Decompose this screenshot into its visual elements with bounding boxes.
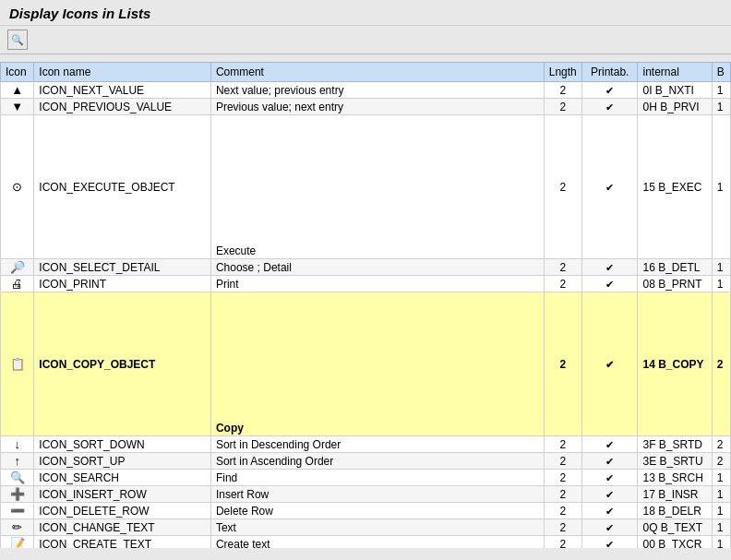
page-title: Display Icons in Lists <box>9 6 722 21</box>
col-header-name: Icon name <box>34 63 211 82</box>
icon-cell: ▲ <box>1 82 34 99</box>
internal-cell: 08 B_PRNT <box>638 276 712 292</box>
comment-cell: Insert Row <box>210 486 544 503</box>
printab-cell: ✔ <box>581 436 638 453</box>
b-cell: 1 <box>712 276 730 292</box>
comment-cell: Find <box>210 470 544 486</box>
row-icon: 🔍 <box>10 471 25 484</box>
internal-cell: 3E B_SRTU <box>638 453 712 470</box>
icon-name-cell: ICON_NEXT_VALUE <box>34 82 211 99</box>
comment-cell: Create text <box>210 536 544 549</box>
b-cell: 1 <box>712 519 730 536</box>
printab-cell: ✔ <box>581 536 638 549</box>
table-row: 🔍 ICON_SEARCH Find 2 ✔ 13 B_SRCH 1 <box>1 470 731 486</box>
comment-cell: Execute <box>210 115 544 259</box>
icon-name-cell: ICON_SORT_DOWN <box>34 436 211 453</box>
col-header-lngth: Lngth <box>544 63 581 82</box>
lngth-cell: 2 <box>544 486 581 503</box>
icon-name-cell: ICON_PREVIOUS_VALUE <box>34 99 211 115</box>
icon-name-cell: ICON_CREATE_TEXT <box>34 536 211 549</box>
b-cell: 2 <box>712 292 730 436</box>
table-row: ▲ ICON_NEXT_VALUE Next value; previous e… <box>1 82 731 99</box>
internal-cell: 0I B_NXTI <box>638 82 712 99</box>
b-cell: 1 <box>712 259 730 276</box>
printab-cell: ✔ <box>581 503 638 519</box>
b-cell: 1 <box>712 486 730 503</box>
icon-name-cell: ICON_DELETE_ROW <box>34 503 211 519</box>
b-cell: 1 <box>712 82 730 99</box>
comment-cell: Sort in Descending Order <box>210 436 544 453</box>
table-row: ↑ ICON_SORT_UP Sort in Ascending Order 2… <box>1 453 731 470</box>
icon-cell: 🖨 <box>1 276 34 292</box>
col-header-b: B <box>712 63 730 82</box>
comment-cell: Copy <box>210 292 544 436</box>
internal-cell: 13 B_SRCH <box>638 470 712 486</box>
row-icon: ⊙ <box>12 180 22 194</box>
printab-cell: ✔ <box>581 115 638 259</box>
icons-table: Icon Icon name Comment Lngth Printab. in… <box>0 62 731 548</box>
icon-cell: ➖ <box>1 503 34 519</box>
row-icon: ↓ <box>14 437 20 451</box>
search-button[interactable]: 🔍 <box>7 30 28 50</box>
col-header-printab: Printab. <box>581 63 638 82</box>
internal-cell: 0Q B_TEXT <box>638 519 712 536</box>
icon-name-cell: ICON_PRINT <box>34 276 211 292</box>
icon-cell: ⊙ <box>1 115 34 259</box>
table-row: ⊙ ICON_EXECUTE_OBJECT Execute 2 ✔ 15 B_E… <box>1 115 731 259</box>
table-row: 📝 ICON_CREATE_TEXT Create text 2 ✔ 00 B_… <box>1 536 731 549</box>
icon-name-cell: ICON_EXECUTE_OBJECT <box>34 115 211 259</box>
lngth-cell: 2 <box>544 115 581 259</box>
icon-name-cell: ICON_COPY_OBJECT <box>34 292 211 436</box>
internal-cell: 15 B_EXEC <box>638 115 712 259</box>
icon-cell: 📋 <box>1 292 34 436</box>
internal-cell: 3F B_SRTD <box>638 436 712 453</box>
lngth-cell: 2 <box>544 82 581 99</box>
table-row: 🔎 ICON_SELECT_DETAIL Choose ; Detail 2 ✔… <box>1 259 731 276</box>
b-cell: 1 <box>712 470 730 486</box>
printab-cell: ✔ <box>581 453 638 470</box>
comment-cell: Sort in Ascending Order <box>210 453 544 470</box>
printab-cell: ✔ <box>581 82 638 99</box>
table-row: ➖ ICON_DELETE_ROW Delete Row 2 ✔ 18 B_DE… <box>1 503 731 519</box>
printab-cell: ✔ <box>581 519 638 536</box>
icon-cell: 🔎 <box>1 259 34 276</box>
table-row: 📋 ICON_COPY_OBJECT Copy 2 ✔ 14 B_COPY 2 <box>1 292 731 436</box>
printab-cell: ✔ <box>581 486 638 503</box>
b-cell: 2 <box>712 453 730 470</box>
icon-cell: ▼ <box>1 99 34 115</box>
icon-name-cell: ICON_INSERT_ROW <box>34 486 211 503</box>
row-icon: ➖ <box>10 504 25 518</box>
b-cell: 1 <box>712 99 730 115</box>
icon-name-cell: ICON_CHANGE_TEXT <box>34 519 211 536</box>
b-cell: 2 <box>712 436 730 453</box>
comment-cell: Previous value; next entry <box>210 99 544 115</box>
b-cell: 1 <box>712 503 730 519</box>
table-row: 🖨 ICON_PRINT Print 2 ✔ 08 B_PRNT 1 <box>1 276 731 292</box>
lngth-cell: 2 <box>544 470 581 486</box>
printab-cell: ✔ <box>581 470 638 486</box>
internal-cell: 14 B_COPY <box>638 292 712 436</box>
lngth-cell: 2 <box>544 503 581 519</box>
lngth-cell: 2 <box>544 536 581 549</box>
row-icon: ➕ <box>10 487 25 501</box>
col-header-comment: Comment <box>210 63 544 82</box>
row-icon: ▲ <box>11 83 23 97</box>
toolbar: 🔍 <box>0 26 731 54</box>
printab-cell: ✔ <box>581 276 638 292</box>
row-icon: 🔎 <box>10 260 25 274</box>
lngth-cell: 2 <box>544 519 581 536</box>
search-icon: 🔍 <box>11 34 24 46</box>
internal-cell: 17 B_INSR <box>638 486 712 503</box>
printab-cell: ✔ <box>581 259 638 276</box>
icon-cell: ➕ <box>1 486 34 503</box>
col-header-icon: Icon <box>1 63 34 82</box>
icon-cell: 📝 <box>1 536 34 549</box>
internal-cell: 18 B_DELR <box>638 503 712 519</box>
row-icon: 📝 <box>10 537 25 548</box>
row-icon: 📋 <box>10 357 25 371</box>
printab-cell: ✔ <box>581 292 638 436</box>
icon-name-cell: ICON_SEARCH <box>34 470 211 486</box>
icon-cell: ↓ <box>1 436 34 453</box>
icon-name-cell: ICON_SORT_UP <box>34 453 211 470</box>
lngth-cell: 2 <box>544 99 581 115</box>
